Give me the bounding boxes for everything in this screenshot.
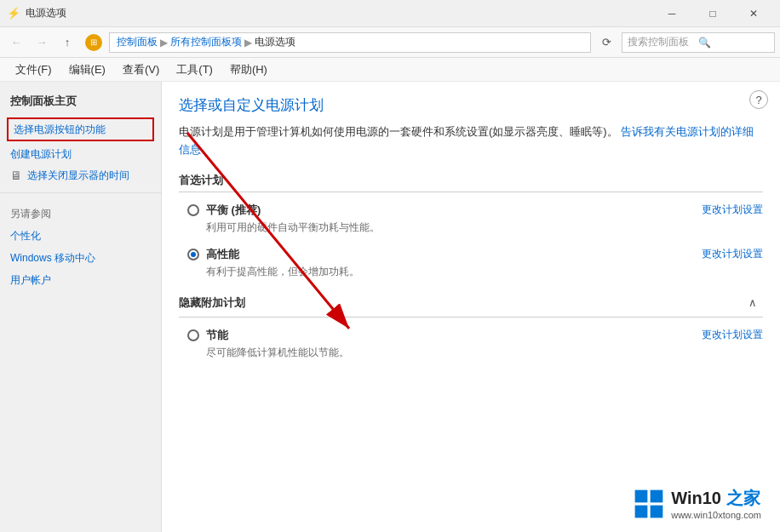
address-path[interactable]: 控制面板 ▶ 所有控制面板项 ▶ 电源选项 [109, 32, 591, 53]
plan-high-performance-desc: 有利于提高性能，但会增加功耗。 [187, 265, 763, 279]
addressbar: ← → ↑ ⊞ 控制面板 ▶ 所有控制面板项 ▶ 电源选项 ⟳ 搜索控制面板 🔍 [0, 27, 780, 58]
menu-help[interactable]: 帮助(H) [221, 60, 276, 80]
windows-logo [634, 489, 664, 519]
hidden-section-label: 隐藏附加计划 [179, 295, 245, 311]
breadcrumb-sep1: ▶ [160, 37, 168, 49]
menubar: 文件(F) 编辑(E) 查看(V) 工具(T) 帮助(H) [0, 58, 780, 82]
monitor-icon: 🖥 [10, 169, 22, 182]
titlebar: ⚡ 电源选项 ─ □ ✕ [0, 0, 780, 27]
watermark-highlight: 之家 [726, 489, 760, 507]
main-layout: 控制面板主页 选择电源按钮的功能 创建电源计划 🖥 选择关闭显示器的时间 另请参… [0, 82, 780, 532]
sidebar-item-select-display[interactable]: 选择关闭显示器的时间 [27, 168, 129, 183]
forward-button[interactable]: → [31, 31, 53, 54]
hidden-section-toggle[interactable]: ∧ [743, 293, 763, 313]
maximize-button[interactable]: □ [693, 0, 732, 27]
plan-balanced-label-row: 平衡 (推荐) 更改计划设置 [187, 203, 763, 218]
breadcrumb-sep2: ▶ [244, 37, 252, 49]
menu-edit[interactable]: 编辑(E) [60, 60, 114, 80]
menu-tools[interactable]: 工具(T) [168, 60, 221, 80]
watermark-title: Win10 之家 [671, 487, 761, 510]
breadcrumb-controlpanel[interactable]: 控制面板 [117, 35, 158, 49]
plan-balanced: 平衡 (推荐) 更改计划设置 利用可用的硬件自动平衡功耗与性能。 [179, 203, 763, 235]
plan-high-performance-name: 高性能 [206, 247, 239, 262]
search-box[interactable]: 搜索控制面板 🔍 [622, 32, 775, 53]
plan-high-performance: 高性能 更改计划设置 有利于提高性能，但会增加功耗。 [179, 247, 763, 279]
plan-high-performance-radio[interactable] [187, 249, 199, 260]
titlebar-icon: ⚡ [7, 7, 20, 20]
titlebar-controls: ─ □ ✕ [652, 0, 773, 27]
featured-plans-label: 首选计划 [179, 174, 223, 186]
plan-balanced-action[interactable]: 更改计划设置 [702, 203, 763, 217]
plan-balanced-name: 平衡 (推荐) [206, 203, 261, 218]
menu-view[interactable]: 查看(V) [114, 60, 168, 80]
plan-power-saver-radio[interactable] [187, 329, 199, 341]
plan-power-saver-desc: 尽可能降低计算机性能以节能。 [187, 346, 763, 360]
breadcrumb-current: 电源选项 [255, 35, 295, 49]
plan-power-saver: 节能 更改计划设置 尽可能降低计算机性能以节能。 [179, 328, 763, 360]
sidebar-title: 控制面板主页 [0, 90, 161, 116]
sidebar-item-personalization[interactable]: 个性化 [0, 225, 161, 247]
watermark-text: Win10 之家 www.win10xtong.com [671, 487, 761, 520]
plan-power-saver-action[interactable]: 更改计划设置 [702, 328, 763, 342]
search-icon: 🔍 [698, 37, 769, 49]
menu-file[interactable]: 文件(F) [7, 60, 60, 80]
content-title: 选择或自定义电源计划 [179, 95, 763, 115]
sidebar-item-user-accounts[interactable]: 用户帐户 [0, 269, 161, 291]
sidebar-item-power-button[interactable]: 选择电源按钮的功能 [7, 117, 154, 141]
breadcrumb-allitems[interactable]: 所有控制面板项 [170, 35, 242, 49]
search-placeholder: 搜索控制面板 [628, 35, 698, 49]
refresh-button[interactable]: ⟳ [596, 32, 617, 53]
sidebar-divider [0, 192, 161, 193]
plan-balanced-desc: 利用可用的硬件自动平衡功耗与性能。 [187, 220, 763, 235]
minimize-button[interactable]: ─ [652, 0, 691, 27]
svg-rect-5 [651, 505, 663, 518]
hidden-section-header: 隐藏附加计划 ∧ [179, 293, 763, 317]
sidebar-also-see-title: 另请参阅 [0, 200, 161, 225]
plan-balanced-radio[interactable] [187, 204, 199, 216]
watermark: Win10 之家 www.win10xtong.com [627, 483, 768, 523]
svg-rect-4 [635, 505, 648, 518]
svg-rect-3 [651, 489, 663, 502]
plan-high-performance-action[interactable]: 更改计划设置 [702, 247, 763, 261]
plan-power-saver-label-row: 节能 更改计划设置 [187, 328, 763, 343]
svg-rect-2 [635, 489, 648, 502]
close-button[interactable]: ✕ [734, 0, 773, 27]
plan-power-saver-name: 节能 [206, 328, 228, 343]
sidebar: 控制面板主页 选择电源按钮的功能 创建电源计划 🖥 选择关闭显示器的时间 另请参… [0, 82, 162, 532]
windows-icon: ⊞ [85, 34, 102, 51]
help-icon[interactable]: ? [749, 90, 768, 109]
sidebar-item-windows-mobile[interactable]: Windows 移动中心 [0, 247, 161, 269]
hidden-plans-section: 隐藏附加计划 ∧ 节能 更改计划设置 尽可能降低计算机性能以节能。 [179, 293, 763, 360]
content-desc-text: 电源计划是用于管理计算机如何使用电源的一套硬件和系统设置(如显示器亮度、睡眠等)… [179, 125, 618, 138]
back-button[interactable]: ← [5, 31, 27, 54]
plan-high-performance-label-row: 高性能 更改计划设置 [187, 247, 763, 262]
titlebar-title: 电源选项 [26, 6, 652, 20]
sidebar-item-display-wrapper: 🖥 选择关闭显示器的时间 [0, 165, 161, 186]
watermark-url: www.win10xtong.com [671, 510, 761, 520]
featured-plans-header: 首选计划 [179, 173, 763, 192]
sidebar-item-create-plan[interactable]: 创建电源计划 [0, 143, 161, 165]
content-area: ? 选择或自定义电源计划 电源计划是用于管理计算机如何使用电源的一套硬件和系统设… [162, 82, 780, 532]
content-description: 电源计划是用于管理计算机如何使用电源的一套硬件和系统设置(如显示器亮度、睡眠等)… [179, 123, 763, 159]
up-button[interactable]: ↑ [56, 31, 78, 54]
